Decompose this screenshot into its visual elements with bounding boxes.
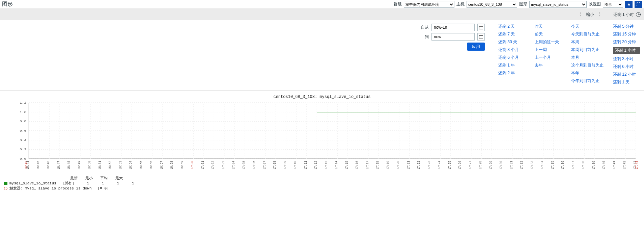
svg-text:17:41: 17:41 [612, 161, 616, 169]
x-axis-labels: 16:4316:4516:4616:4716:4816:4916:5016:51… [24, 161, 639, 169]
chart-grid [29, 103, 636, 159]
to-calendar-button[interactable] [477, 33, 485, 41]
time-preset-link[interactable]: 还剩 30 天 [498, 39, 525, 45]
chart-legend: 最新 最小 平均 最大 mysql_slave_io_status [所有] 1… [4, 176, 640, 191]
time-preset-link[interactable]: 去年 [535, 62, 562, 68]
trigger-cond: [= 0] [98, 186, 109, 190]
time-preset-link[interactable]: 前天 [535, 31, 562, 37]
time-preset-link[interactable]: 还剩 1 天 [613, 79, 640, 85]
svg-text:17:00: 17:00 [191, 161, 195, 169]
svg-text:17:13: 17:13 [324, 161, 328, 169]
svg-text:16:50: 16:50 [88, 161, 92, 169]
legend-swatch-icon [4, 182, 7, 185]
svg-text:17:35: 17:35 [551, 161, 555, 169]
time-preset-link[interactable]: 还剩 15 分钟 [613, 31, 640, 37]
chart-title: centos10_68_3_108: mysql_slave_io_status [4, 94, 640, 101]
chevron-right-icon: 〉 [598, 11, 603, 18]
fullscreen-button[interactable]: ⛶ [635, 1, 642, 8]
preset-col-3: 今天今天到目前为止本周本周到目前为止本月这个月到目前为止本年今年到目前为止 [571, 24, 604, 85]
time-preset-link[interactable]: 本周 [571, 39, 604, 45]
group-select[interactable]: 掌中保内网测试环境 [404, 1, 454, 8]
legend-hdr-max: 最大 [110, 176, 123, 181]
time-preset-link[interactable]: 还剩 12 小时 [613, 72, 640, 77]
svg-text:0.4: 0.4 [20, 139, 26, 142]
preset-col-4: 还剩 5 分钟还剩 15 分钟还剩 30 分钟还剩 1 小时还剩 3 小时还剩 … [613, 24, 640, 85]
apply-button[interactable]: 应用 [467, 43, 485, 51]
svg-text:16:59: 16:59 [180, 161, 184, 169]
time-preset-link[interactable]: 还剩 6 个月 [498, 55, 525, 60]
svg-text:17:10: 17:10 [293, 161, 298, 169]
time-preset-link[interactable]: 本年 [571, 70, 604, 76]
svg-text:17:19: 17:19 [386, 161, 390, 169]
svg-text:17:03: 17:03 [221, 161, 225, 169]
view-select[interactable]: 图形 [603, 1, 623, 8]
legend-series-extra: [所有] [62, 181, 74, 186]
time-preset-link[interactable]: 还剩 5 分钟 [613, 24, 640, 29]
chevron-left-icon: 〈 [577, 11, 582, 18]
svg-text:17:11: 17:11 [304, 161, 308, 169]
legend-hdr-min: 最小 [80, 176, 93, 181]
svg-text:16:57: 16:57 [160, 161, 164, 169]
host-select[interactable]: centos10_68_3_108 [467, 1, 517, 8]
host-label: 主机 [456, 1, 465, 7]
svg-text:12-02 17:43: 12-02 17:43 [635, 161, 639, 169]
svg-text:17:32: 17:32 [520, 161, 524, 169]
svg-text:0.0: 0.0 [20, 157, 26, 161]
svg-text:0.8: 0.8 [20, 120, 26, 123]
time-preset-link[interactable]: 本周到目前为止 [571, 47, 604, 53]
time-preset-link[interactable]: 还剩 3 个月 [498, 47, 525, 53]
svg-text:17:30: 17:30 [499, 161, 503, 169]
time-preset-link[interactable]: 还剩 6 小时 [613, 64, 640, 70]
time-preset-link[interactable]: 今天到目前为止 [571, 31, 604, 37]
svg-text:17:38: 17:38 [582, 161, 586, 169]
clock-icon [636, 12, 641, 17]
time-preset-link[interactable]: 上一个月 [535, 55, 562, 60]
time-preset-link[interactable]: 还剩 7 天 [498, 31, 525, 37]
time-next-button[interactable]: 〉 [597, 10, 605, 19]
time-preset-link[interactable]: 上一周 [535, 47, 562, 53]
time-preset-link[interactable]: 还剩 30 分钟 [613, 39, 640, 45]
time-picker-panel: 自从 到 应用 还剩 2 天还剩 7 天还剩 30 天还剩 3 个月还剩 6 个… [0, 20, 644, 91]
time-preset-link[interactable]: 还剩 1 年 [498, 62, 525, 68]
svg-text:16:56: 16:56 [149, 161, 153, 169]
time-preset-link[interactable]: 还剩 2 年 [498, 70, 525, 76]
time-preset-link[interactable]: 还剩 3 小时 [613, 56, 640, 62]
time-preset-link[interactable]: 今年到目前为止 [571, 78, 604, 84]
svg-text:17:12: 17:12 [314, 161, 318, 169]
page-title: 图形 [2, 1, 13, 8]
to-input[interactable] [431, 33, 475, 41]
legend-headers: 最新 最小 平均 最大 [65, 176, 123, 181]
svg-text:17:22: 17:22 [417, 161, 421, 169]
legend-series-values: 1 1 1 1 [76, 181, 134, 185]
svg-text:17:26: 17:26 [458, 161, 462, 169]
time-preset-link[interactable]: 还剩 1 小时 [613, 47, 640, 54]
time-preset-link[interactable]: 这个月到目前为止 [571, 62, 604, 68]
svg-text:16:54: 16:54 [129, 161, 133, 169]
time-prev-button[interactable]: 〈 [575, 10, 583, 19]
svg-text:17:24: 17:24 [438, 161, 442, 169]
time-preset-link[interactable]: 本月 [571, 55, 604, 60]
time-preset-link[interactable]: 上周的这一天 [535, 39, 562, 45]
time-preset-link[interactable]: 今天 [571, 24, 604, 29]
svg-text:16:58: 16:58 [170, 161, 174, 169]
svg-text:16:52: 16:52 [108, 161, 112, 169]
graph-select[interactable]: mysql_slave_io_status [529, 1, 587, 8]
svg-text:17:21: 17:21 [407, 161, 411, 169]
time-preset-link[interactable]: 还剩 2 天 [498, 24, 525, 29]
time-preset-link[interactable]: 昨天 [535, 24, 562, 29]
trigger-label: 触发器: [9, 186, 23, 191]
from-calendar-button[interactable] [477, 24, 485, 31]
svg-text:17:33: 17:33 [530, 161, 534, 169]
current-range-indicator[interactable]: 还剩 1 小时 [613, 12, 641, 18]
zoom-out-button[interactable]: 缩小 [586, 12, 594, 18]
svg-text:16:55: 16:55 [139, 161, 143, 169]
from-input[interactable] [431, 24, 475, 31]
svg-text:17:29: 17:29 [489, 161, 493, 169]
from-label: 自从 [419, 25, 429, 30]
svg-text:17:14: 17:14 [335, 161, 339, 169]
to-label: 到 [419, 34, 429, 40]
preset-col-1: 还剩 2 天还剩 7 天还剩 30 天还剩 3 个月还剩 6 个月还剩 1 年还… [498, 24, 525, 85]
legend-hdr-avg: 平均 [95, 176, 108, 181]
favorite-button[interactable]: ★ [625, 1, 633, 8]
view-label: 以视图 [589, 1, 601, 7]
